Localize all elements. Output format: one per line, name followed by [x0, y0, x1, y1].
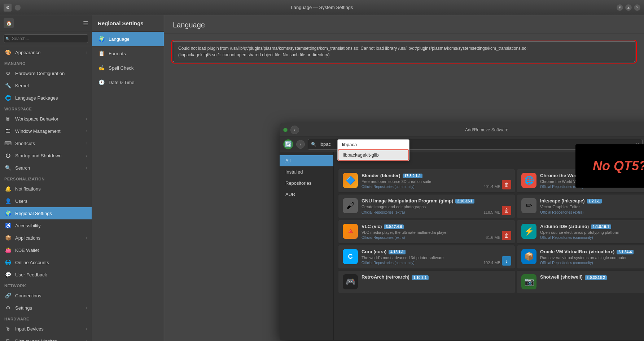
sidebar-item-label: Window Management — [15, 128, 83, 134]
app-repo: Official Repositories (extra) — [540, 210, 644, 214]
titlebar-left: ⚙ — [4, 4, 21, 12]
home-button[interactable]: 🏠 — [4, 18, 14, 28]
pamac-categories: All Installed Repositories AUR — [280, 152, 334, 340]
app-remove-button[interactable]: 🗑 — [502, 180, 511, 189]
pamac-green-dot — [283, 128, 288, 132]
app-card-gimp[interactable]: 🖌 GNU Image Manipulation Program (gimp)2… — [338, 194, 515, 218]
sidebar-item-label: Appearance — [15, 50, 83, 55]
pamac-cat-all[interactable]: All — [280, 155, 333, 166]
sidebar-item-display-monitor[interactable]: 🖥 Display and Monitor › — [0, 335, 92, 341]
sidebar-item-label: User Feedback — [15, 272, 87, 277]
network-settings-icon: ⚙ — [4, 304, 12, 311]
arduino-icon: ⚡ — [521, 224, 536, 239]
app-remove-button[interactable]: 🗑 — [502, 231, 511, 240]
version-badge: 1.2.1-1 — [587, 199, 602, 204]
app-name: Blender (blender)17:3.2.1-1 — [362, 173, 511, 178]
app-card-retroarch[interactable]: 🎮 RetroArch (retroarch)1.10.3-1 — [338, 270, 515, 293]
pamac-back-button[interactable]: ‹ — [290, 126, 299, 134]
sidebar-item-notifications[interactable]: 🔔 Notifications — [0, 183, 92, 195]
sidebar-item-online-accounts[interactable]: 🌐 Online Accounts — [0, 256, 92, 268]
sidebar-item-label: Hardware Configuration — [15, 71, 87, 76]
mid-panel-item-spell-check[interactable]: ✍ Spell Check — [92, 61, 164, 75]
sidebar-item-window-management[interactable]: 🗔 Window Management › — [0, 125, 92, 137]
vbox-icon: 📦 — [521, 249, 536, 264]
sidebar-item-shortcuts[interactable]: ⌨ Shortcuts › — [0, 137, 92, 149]
app-remove-button[interactable]: 🗑 — [502, 206, 511, 215]
mid-panel-item-formats[interactable]: 📋 Formats — [92, 46, 164, 61]
chevron-icon: › — [86, 51, 87, 54]
autocomplete-item-libpaca[interactable]: libpaca — [338, 140, 409, 149]
app-card-vlc[interactable]: 🔺 VLC (vlc)3.0.17.4-6 VLC media player, … — [338, 220, 515, 244]
minimize-button[interactable] — [14, 4, 21, 11]
app-card-cura[interactable]: C Cura (cura)4.13.1-1 The world's most a… — [338, 245, 515, 269]
sidebar-item-label: Workspace Behavior — [15, 116, 83, 122]
shortcuts-icon: ⌨ — [4, 140, 12, 147]
app-card-virtualbox[interactable]: 📦 Oracle VM VirtualBox (virtualbox)6.1.3… — [517, 245, 644, 269]
sidebar-item-label: Input Devices — [15, 326, 83, 332]
version-badge: 1.10.3-1 — [412, 275, 429, 280]
app-card-blender[interactable]: 🔷 Blender (blender)17:3.2.1-1 Free and o… — [338, 169, 515, 193]
chevron-icon: › — [86, 129, 87, 133]
main-container: 🏠 ☰ 🎨 Appearance › Manjaro ⚙ Hardware Co… — [0, 15, 644, 341]
app-desc: Create images and edit photographs — [362, 204, 511, 209]
app-info-arduino: Arduino IDE (arduino)1:1.8.19-1 Open-sou… — [540, 224, 644, 240]
sidebar-item-applications[interactable]: 📦 Applications › — [0, 232, 92, 244]
section-label-workspace: Workspace — [0, 104, 92, 113]
titlebar-maxbutton[interactable]: ▲ — [625, 4, 632, 11]
sidebar-item-kde-wallet[interactable]: 👛 KDE Wallet — [0, 244, 92, 256]
sidebar-item-label: Online Accounts — [15, 260, 87, 265]
chevron-icon: › — [86, 117, 87, 121]
app-card-shotwell[interactable]: 📷 Shotwell (shotwell)2:0.30.16-2 — [517, 270, 644, 293]
formats-icon: 📋 — [98, 50, 105, 57]
sidebar-item-language-packages[interactable]: 🌐 Language Packages — [0, 92, 92, 104]
version-badge: 6.1.34-4 — [617, 250, 634, 254]
titlebar: ⚙ Language — System Settings ▼ ▲ ✕ — [0, 0, 644, 15]
hamburger-button[interactable]: ☰ — [83, 20, 88, 27]
pamac-cat-repositories[interactable]: Repositories — [280, 178, 333, 189]
pamac-logo: 🔄 — [283, 139, 293, 149]
sidebar-item-user-feedback[interactable]: 💬 User Feedback — [0, 268, 92, 281]
sidebar-item-accessibility[interactable]: ♿ Accessibility — [0, 219, 92, 232]
sidebar-item-users[interactable]: 👤 Users — [0, 195, 92, 207]
appearance-icon: 🎨 — [4, 49, 12, 56]
sidebar-item-kernel[interactable]: 🔧 Kernel — [0, 79, 92, 92]
sidebar-top-icons: 🏠 ☰ — [0, 15, 92, 31]
titlebar-title: Language — System Settings — [291, 5, 353, 10]
inkscape-icon: ✏ — [521, 198, 536, 213]
pamac-cat-installed[interactable]: Installed — [280, 166, 333, 178]
mid-panel: Regional Settings 🌍 Language 📋 Formats ✍… — [92, 15, 164, 341]
sidebar-item-search[interactable]: 🔍 Search › — [0, 162, 92, 174]
sidebar-item-regional-settings[interactable]: 🌍 Regional Settings › — [0, 207, 92, 219]
pamac-cat-aur[interactable]: AUR — [280, 189, 333, 200]
sidebar-item-appearance[interactable]: 🎨 Appearance › — [0, 46, 92, 58]
titlebar-downbutton[interactable]: ▼ — [617, 4, 623, 11]
pamac-window: ‹ Add/Remove Software 🔄 ‹ 🔍 ✕ — [280, 123, 644, 340]
sidebar-item-network-settings[interactable]: ⚙ Settings › — [0, 302, 92, 314]
search-input[interactable] — [4, 34, 88, 43]
blender-icon: 🔷 — [343, 173, 358, 188]
sidebar-item-connections[interactable]: 🔗 Connections — [0, 289, 92, 302]
version-badge: 2:0.30.16-2 — [585, 275, 607, 280]
version-badge: 2.10.32-1 — [455, 199, 474, 204]
mid-panel-item-date-time[interactable]: 🕐 Date & Time — [92, 75, 164, 89]
app-card-arduino[interactable]: ⚡ Arduino IDE (arduino)1:1.8.19-1 Open-s… — [517, 220, 644, 244]
app-card-inkscape[interactable]: ✏ Inkscape (inkscape)1.2.1-1 Vector Grap… — [517, 194, 644, 218]
mid-panel-item-label: Date & Time — [109, 80, 135, 85]
sidebar-item-startup-shutdown[interactable]: ⏻ Startup and Shutdown › — [0, 149, 92, 162]
sidebar-item-workspace-behavior[interactable]: 🖥 Workspace Behavior › — [0, 113, 92, 125]
sidebar-item-hardware-config[interactable]: ⚙ Hardware Configuration — [0, 67, 92, 79]
chevron-icon: › — [86, 154, 87, 158]
spell-check-icon: ✍ — [98, 64, 105, 71]
autocomplete-dropdown: libpaca libpackagekit-glib — [337, 139, 409, 161]
retroarch-icon: 🎮 — [343, 274, 358, 289]
mid-panel-item-label: Language — [109, 36, 130, 42]
autocomplete-item-libpackagekit-glib[interactable]: libpackagekit-glib — [338, 149, 409, 161]
app-size: 102.4 MB — [483, 261, 500, 265]
users-icon: 👤 — [4, 197, 12, 205]
app-install-button[interactable]: ↓ — [502, 256, 511, 266]
mid-panel-item-language[interactable]: 🌍 Language — [92, 32, 164, 46]
titlebar-closebutton[interactable]: ✕ — [634, 4, 640, 11]
pamac-toolbar-back[interactable]: ‹ — [296, 140, 305, 149]
sidebar-item-input-devices[interactable]: 🖱 Input Devices › — [0, 323, 92, 335]
sidebar-search-area — [0, 31, 92, 46]
